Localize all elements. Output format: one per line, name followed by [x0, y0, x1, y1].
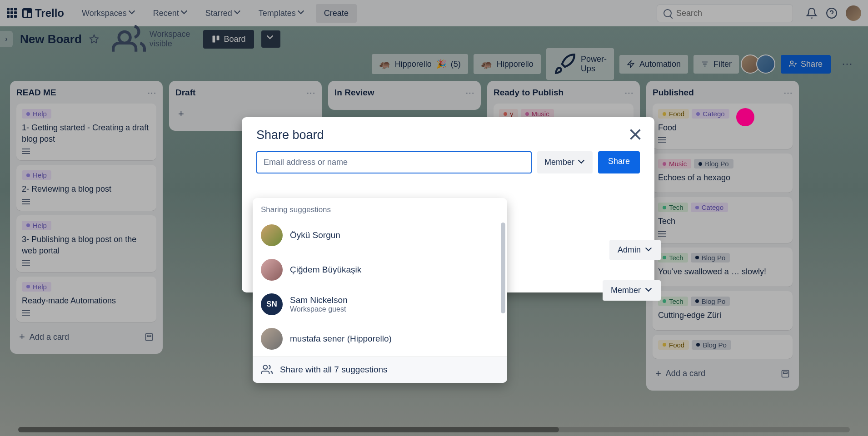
suggestion-name: Öykü Sorgun	[290, 230, 340, 240]
suggestions-scrollbar[interactable]	[501, 223, 505, 313]
sharing-suggestions-dropdown: Sharing suggestions Öykü SorgunÇiğdem Bü…	[253, 198, 507, 383]
chevron-down-icon	[646, 247, 653, 253]
share-all-button[interactable]: Share with all 7 suggestions	[253, 356, 507, 383]
suggestion-item[interactable]: mustafa sener (Hipporello)	[253, 322, 507, 356]
member-role-member[interactable]: Member	[603, 280, 661, 301]
suggestion-item[interactable]: SNSam NickelsonWorkspace guest	[253, 287, 507, 322]
suggestion-avatar	[261, 328, 283, 350]
member-role-admin[interactable]: Admin	[609, 240, 661, 260]
chevron-down-icon	[579, 159, 585, 166]
suggestion-avatar	[261, 259, 283, 281]
suggestion-name: Sam Nickelson	[290, 295, 348, 305]
modal-title: Share board	[256, 128, 640, 142]
suggestion-avatar: SN	[261, 293, 283, 315]
close-button[interactable]	[627, 126, 644, 143]
suggestion-item[interactable]: Çiğdem Büyükaşik	[253, 253, 507, 287]
suggestion-subtitle: Workspace guest	[290, 305, 348, 313]
group-icon	[261, 364, 273, 376]
chevron-down-icon	[646, 287, 653, 294]
share-submit-button[interactable]: Share	[598, 151, 640, 173]
role-select[interactable]: Member	[537, 151, 593, 173]
suggestion-name: mustafa sener (Hipporello)	[290, 334, 392, 344]
suggestion-item[interactable]: Öykü Sorgun	[253, 218, 507, 253]
highlight-dot	[736, 108, 754, 126]
close-icon	[627, 126, 644, 143]
suggestion-avatar	[261, 224, 283, 246]
email-input[interactable]	[256, 151, 532, 173]
suggestions-header: Sharing suggestions	[253, 198, 507, 218]
suggestion-name: Çiğdem Büyükaşik	[290, 265, 361, 275]
